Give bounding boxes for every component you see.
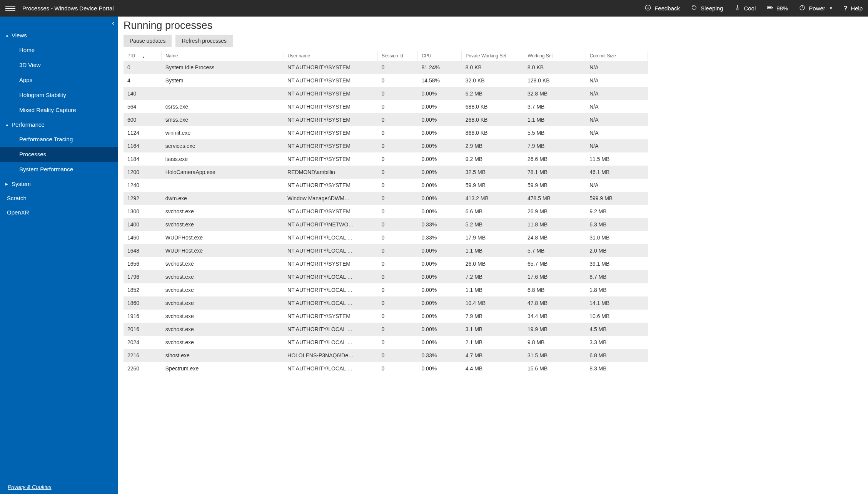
- column-header-working-set[interactable]: Working Set: [524, 51, 586, 61]
- cell-pws: 3.1 MB: [462, 323, 524, 336]
- cell-user: NT AUTHORITY\SYSTEM: [284, 205, 377, 218]
- cell-commit: 10.6 MB: [586, 310, 648, 323]
- sidebar-item-mixed-reality-capture[interactable]: Mixed Reality Capture: [0, 102, 118, 117]
- table-row[interactable]: 140NT AUTHORITY\SYSTEM00.00%6.2 MB32.8 M…: [124, 87, 648, 100]
- cell-pid: 1460: [124, 231, 162, 244]
- cell-ws: 7.9 MB: [524, 139, 586, 152]
- column-header-session-id[interactable]: Session Id: [377, 51, 417, 61]
- cell-pid: 1292: [124, 192, 162, 205]
- header-actions: Feedback Sleeping Cool 98% Power ▼ ? Hel…: [644, 4, 863, 12]
- cell-ws: 15.6 MB: [524, 362, 586, 375]
- table-row[interactable]: 1124wininit.exeNT AUTHORITY\SYSTEM00.00%…: [124, 126, 648, 139]
- privacy-cookies-link[interactable]: Privacy & Cookies: [0, 480, 118, 494]
- toolbar: Pause updates Refresh processes: [118, 35, 868, 51]
- sidebar-item-apps[interactable]: Apps: [0, 72, 118, 87]
- sidebar-item-performance-tracing[interactable]: Performance Tracing: [0, 132, 118, 147]
- column-header-pid[interactable]: PID: [124, 51, 162, 61]
- power-dropdown[interactable]: Power ▼: [799, 4, 833, 12]
- cell-commit: 31.0 MB: [586, 231, 648, 244]
- column-header-user-name[interactable]: User name: [284, 51, 377, 61]
- cell-commit: N/A: [586, 179, 648, 192]
- cell-ws: 5.5 MB: [524, 126, 586, 139]
- cell-user: NT AUTHORITY\LOCAL …: [284, 231, 377, 244]
- battery-status[interactable]: 98%: [766, 4, 788, 12]
- table-row[interactable]: 0System Idle ProcessNT AUTHORITY\SYSTEM0…: [124, 61, 648, 74]
- sidebar-item-3d-view[interactable]: 3D View: [0, 57, 118, 72]
- column-header-commit-size[interactable]: Commit Size: [586, 51, 648, 61]
- cell-pws: 413.2 MB: [462, 192, 524, 205]
- feedback-button[interactable]: Feedback: [644, 4, 680, 12]
- thermal-status[interactable]: Cool: [734, 4, 756, 12]
- table-row[interactable]: 1200HoloCameraApp.exeREDMOND\ambillin00.…: [124, 166, 648, 179]
- cell-ws: 17.6 MB: [524, 270, 586, 283]
- cell-pws: 7.9 MB: [462, 310, 524, 323]
- cell-user: NT AUTHORITY\SYSTEM: [284, 87, 377, 100]
- table-row[interactable]: 1460WUDFHost.exeNT AUTHORITY\LOCAL …00.3…: [124, 231, 648, 244]
- cell-pws: 4.4 MB: [462, 362, 524, 375]
- table-row[interactable]: 1292dwm.exeWindow Manager\DWM…00.00%413.…: [124, 192, 648, 205]
- table-row[interactable]: 2024svchost.exeNT AUTHORITY\LOCAL …00.00…: [124, 336, 648, 349]
- cell-session: 0: [377, 87, 417, 100]
- sleeping-status[interactable]: Sleeping: [691, 4, 723, 12]
- table-row[interactable]: 1300svchost.exeNT AUTHORITY\SYSTEM00.00%…: [124, 205, 648, 218]
- cell-cpu: 0.00%: [417, 244, 461, 257]
- table-row[interactable]: 1184lsass.exeNT AUTHORITY\SYSTEM00.00%9.…: [124, 152, 648, 166]
- cell-name: services.exe: [162, 139, 284, 152]
- cell-name: csrss.exe: [162, 100, 284, 113]
- process-table-scroll[interactable]: PIDNameUser nameSession IdCPUPrivate Wor…: [124, 51, 868, 494]
- table-row[interactable]: 2260Spectrum.exeNT AUTHORITY\LOCAL …00.0…: [124, 362, 648, 375]
- cell-pws: 6.6 MB: [462, 205, 524, 218]
- cell-pid: 140: [124, 87, 162, 100]
- svg-point-1: [647, 7, 648, 7]
- table-row[interactable]: 564csrss.exeNT AUTHORITY\SYSTEM00.00%688…: [124, 100, 648, 113]
- cell-pid: 1164: [124, 139, 162, 152]
- cell-cpu: 0.00%: [417, 362, 461, 375]
- cell-commit: 8.3 MB: [586, 362, 648, 375]
- sidebar-item-openxr[interactable]: OpenXR: [0, 205, 118, 219]
- triangle-down-icon: ▲: [5, 123, 10, 127]
- collapse-sidebar-icon[interactable]: ‹: [112, 20, 114, 27]
- cell-session: 0: [377, 218, 417, 231]
- hamburger-menu-icon[interactable]: [5, 3, 15, 13]
- cell-cpu: 0.00%: [417, 257, 461, 270]
- help-button[interactable]: ? Help: [844, 5, 863, 12]
- table-row[interactable]: 4SystemNT AUTHORITY\SYSTEM014.58%32.0 KB…: [124, 74, 648, 87]
- table-row[interactable]: 1240NT AUTHORITY\SYSTEM00.00%59.9 MB59.9…: [124, 179, 648, 192]
- nav-group-performance[interactable]: ▲Performance: [0, 117, 118, 132]
- refresh-processes-button[interactable]: Refresh processes: [175, 35, 233, 47]
- table-row[interactable]: 1796svchost.exeNT AUTHORITY\LOCAL …00.00…: [124, 270, 648, 283]
- nav-group-system[interactable]: ▶System: [0, 177, 118, 191]
- sidebar-item-scratch[interactable]: Scratch: [0, 191, 118, 205]
- table-row[interactable]: 2016svchost.exeNT AUTHORITY\LOCAL …00.00…: [124, 323, 648, 336]
- sidebar-item-hologram-stability[interactable]: Hologram Stability: [0, 87, 118, 102]
- sidebar-item-system-performance[interactable]: System Performance: [0, 162, 118, 177]
- cell-pws: 2.9 MB: [462, 139, 524, 152]
- table-row[interactable]: 1656svchost.exeNT AUTHORITY\SYSTEM00.00%…: [124, 257, 648, 270]
- sidebar-item-home[interactable]: Home: [0, 42, 118, 57]
- nav-group-views[interactable]: ▲Views: [0, 28, 118, 42]
- pause-updates-button[interactable]: Pause updates: [124, 35, 172, 47]
- table-row[interactable]: 2216sihost.exeHOLOLENS-P3NAQ6\De…00.33%4…: [124, 349, 648, 362]
- sidebar-item-processes[interactable]: Processes: [0, 147, 118, 162]
- column-header-cpu[interactable]: CPU: [417, 51, 461, 61]
- cell-user: NT AUTHORITY\SYSTEM: [284, 179, 377, 192]
- table-row[interactable]: 1860svchost.exeNT AUTHORITY\LOCAL …00.00…: [124, 296, 648, 310]
- cell-pws: 8.0 KB: [462, 61, 524, 74]
- table-row[interactable]: 1164services.exeNT AUTHORITY\SYSTEM00.00…: [124, 139, 648, 152]
- smiley-icon: [644, 4, 651, 12]
- table-row[interactable]: 600smss.exeNT AUTHORITY\SYSTEM00.00%268.…: [124, 113, 648, 126]
- cell-cpu: 0.00%: [417, 323, 461, 336]
- table-row[interactable]: 1648WUDFHost.exeNT AUTHORITY\LOCAL …00.0…: [124, 244, 648, 257]
- table-row[interactable]: 1916svchost.exeNT AUTHORITY\SYSTEM00.00%…: [124, 310, 648, 323]
- table-row[interactable]: 1400svchost.exeNT AUTHORITY\NETWO…00.33%…: [124, 218, 648, 231]
- column-header-private-working-set[interactable]: Private Working Set: [462, 51, 524, 61]
- cell-pws: 6.2 MB: [462, 87, 524, 100]
- cell-pws: 17.9 MB: [462, 231, 524, 244]
- cell-commit: N/A: [586, 100, 648, 113]
- table-row[interactable]: 1852svchost.exeNT AUTHORITY\LOCAL …00.00…: [124, 283, 648, 296]
- column-header-name[interactable]: Name: [162, 51, 284, 61]
- cell-ws: 59.9 MB: [524, 179, 586, 192]
- question-icon: ?: [844, 5, 848, 12]
- cell-commit: 3.3 MB: [586, 336, 648, 349]
- cell-name: svchost.exe: [162, 205, 284, 218]
